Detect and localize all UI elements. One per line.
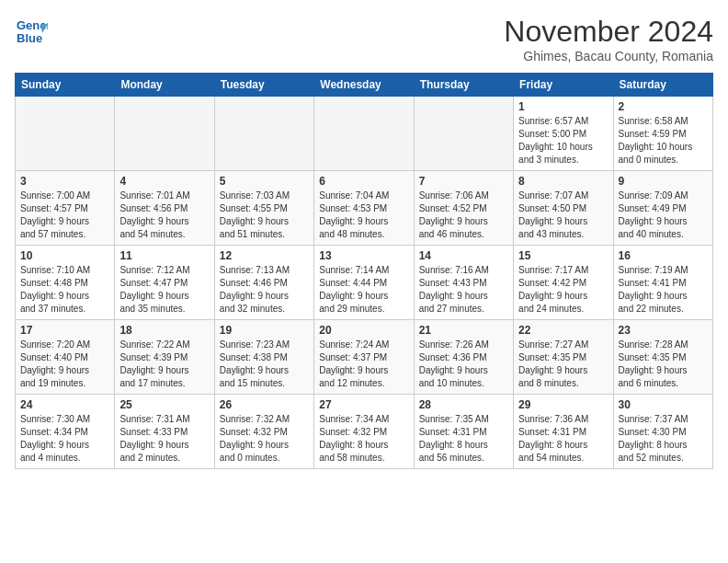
- day-info: Sunrise: 7:19 AM Sunset: 4:41 PM Dayligh…: [619, 264, 708, 316]
- calendar-cell: 17Sunrise: 7:20 AM Sunset: 4:40 PM Dayli…: [16, 320, 115, 395]
- weekday-header-thursday: Thursday: [414, 74, 513, 97]
- day-info: Sunrise: 7:10 AM Sunset: 4:48 PM Dayligh…: [20, 264, 109, 316]
- day-number: 30: [619, 398, 708, 411]
- day-number: 12: [220, 249, 309, 262]
- calendar-week-5: 24Sunrise: 7:30 AM Sunset: 4:34 PM Dayli…: [16, 395, 713, 469]
- month-title: November 2024: [504, 15, 713, 49]
- day-number: 15: [518, 249, 608, 262]
- weekday-header-friday: Friday: [514, 74, 613, 97]
- calendar-cell: [314, 97, 414, 171]
- calendar-cell: 12Sunrise: 7:13 AM Sunset: 4:46 PM Dayli…: [214, 246, 313, 320]
- day-info: Sunrise: 7:14 AM Sunset: 4:44 PM Dayligh…: [319, 264, 408, 316]
- day-number: 24: [20, 398, 109, 411]
- calendar-week-4: 17Sunrise: 7:20 AM Sunset: 4:40 PM Dayli…: [16, 320, 713, 395]
- day-number: 23: [619, 324, 708, 337]
- calendar-cell: [16, 97, 115, 171]
- day-info: Sunrise: 6:58 AM Sunset: 4:59 PM Dayligh…: [619, 115, 708, 167]
- calendar-cell: 9Sunrise: 7:09 AM Sunset: 4:49 PM Daylig…: [613, 171, 712, 246]
- day-info: Sunrise: 7:06 AM Sunset: 4:52 PM Dayligh…: [419, 190, 508, 241]
- day-info: Sunrise: 7:17 AM Sunset: 4:42 PM Dayligh…: [518, 264, 608, 316]
- day-number: 17: [20, 324, 109, 337]
- calendar-table: SundayMondayTuesdayWednesdayThursdayFrid…: [15, 73, 713, 469]
- day-number: 16: [619, 249, 708, 262]
- day-number: 4: [119, 175, 209, 188]
- day-info: Sunrise: 7:16 AM Sunset: 4:43 PM Dayligh…: [419, 264, 508, 316]
- calendar-cell: 28Sunrise: 7:35 AM Sunset: 4:31 PM Dayli…: [414, 395, 513, 469]
- calendar-cell: 5Sunrise: 7:03 AM Sunset: 4:55 PM Daylig…: [214, 171, 313, 246]
- calendar-cell: 16Sunrise: 7:19 AM Sunset: 4:41 PM Dayli…: [613, 246, 712, 320]
- day-info: Sunrise: 7:24 AM Sunset: 4:37 PM Dayligh…: [319, 339, 408, 390]
- day-info: Sunrise: 7:09 AM Sunset: 4:49 PM Dayligh…: [619, 190, 708, 241]
- day-info: Sunrise: 7:35 AM Sunset: 4:31 PM Dayligh…: [419, 413, 508, 465]
- day-info: Sunrise: 7:34 AM Sunset: 4:32 PM Dayligh…: [319, 413, 408, 465]
- day-number: 11: [119, 249, 209, 262]
- calendar-cell: 21Sunrise: 7:26 AM Sunset: 4:36 PM Dayli…: [414, 320, 513, 395]
- day-number: 10: [20, 249, 109, 262]
- day-number: 3: [20, 175, 109, 188]
- day-info: Sunrise: 7:22 AM Sunset: 4:39 PM Dayligh…: [119, 339, 209, 390]
- calendar-cell: 4Sunrise: 7:01 AM Sunset: 4:56 PM Daylig…: [115, 171, 214, 246]
- calendar-cell: 24Sunrise: 7:30 AM Sunset: 4:34 PM Dayli…: [16, 395, 115, 469]
- title-section: November 2024 Ghimes, Bacau County, Roma…: [504, 15, 713, 63]
- day-number: 22: [518, 324, 608, 337]
- day-info: Sunrise: 7:36 AM Sunset: 4:31 PM Dayligh…: [518, 413, 608, 465]
- calendar-week-3: 10Sunrise: 7:10 AM Sunset: 4:48 PM Dayli…: [16, 246, 713, 320]
- day-info: Sunrise: 6:57 AM Sunset: 5:00 PM Dayligh…: [518, 115, 608, 167]
- day-number: 13: [319, 249, 408, 262]
- weekday-header-tuesday: Tuesday: [214, 74, 313, 97]
- day-number: 25: [119, 398, 209, 411]
- calendar-cell: 2Sunrise: 6:58 AM Sunset: 4:59 PM Daylig…: [613, 97, 712, 171]
- svg-text:Blue: Blue: [17, 31, 42, 45]
- calendar-cell: 22Sunrise: 7:27 AM Sunset: 4:35 PM Dayli…: [514, 320, 613, 395]
- weekday-header-saturday: Saturday: [613, 74, 712, 97]
- day-info: Sunrise: 7:04 AM Sunset: 4:53 PM Dayligh…: [319, 190, 408, 241]
- calendar-cell: 6Sunrise: 7:04 AM Sunset: 4:53 PM Daylig…: [314, 171, 414, 246]
- calendar-cell: [414, 97, 513, 171]
- day-info: Sunrise: 7:03 AM Sunset: 4:55 PM Dayligh…: [220, 190, 309, 241]
- day-number: 5: [220, 175, 309, 188]
- calendar-cell: 25Sunrise: 7:31 AM Sunset: 4:33 PM Dayli…: [115, 395, 214, 469]
- day-number: 18: [119, 324, 209, 337]
- weekday-header-row: SundayMondayTuesdayWednesdayThursdayFrid…: [16, 74, 713, 97]
- calendar-cell: 8Sunrise: 7:07 AM Sunset: 4:50 PM Daylig…: [514, 171, 613, 246]
- day-info: Sunrise: 7:07 AM Sunset: 4:50 PM Dayligh…: [518, 190, 608, 241]
- day-info: Sunrise: 7:12 AM Sunset: 4:47 PM Dayligh…: [119, 264, 209, 316]
- calendar-cell: [214, 97, 313, 171]
- calendar-cell: 29Sunrise: 7:36 AM Sunset: 4:31 PM Dayli…: [514, 395, 613, 469]
- day-info: Sunrise: 7:26 AM Sunset: 4:36 PM Dayligh…: [419, 339, 508, 390]
- logo-icon: General Blue: [15, 15, 48, 48]
- calendar-cell: 30Sunrise: 7:37 AM Sunset: 4:30 PM Dayli…: [613, 395, 712, 469]
- weekday-header-monday: Monday: [115, 74, 214, 97]
- day-number: 26: [220, 398, 309, 411]
- day-number: 6: [319, 175, 408, 188]
- day-number: 29: [518, 398, 608, 411]
- calendar-cell: 14Sunrise: 7:16 AM Sunset: 4:43 PM Dayli…: [414, 246, 513, 320]
- calendar-week-1: 1Sunrise: 6:57 AM Sunset: 5:00 PM Daylig…: [16, 97, 713, 171]
- day-number: 27: [319, 398, 408, 411]
- weekday-header-sunday: Sunday: [16, 74, 115, 97]
- calendar-cell: [115, 97, 214, 171]
- calendar-cell: 19Sunrise: 7:23 AM Sunset: 4:38 PM Dayli…: [214, 320, 313, 395]
- calendar-cell: 27Sunrise: 7:34 AM Sunset: 4:32 PM Dayli…: [314, 395, 414, 469]
- calendar-cell: 13Sunrise: 7:14 AM Sunset: 4:44 PM Dayli…: [314, 246, 414, 320]
- weekday-header-wednesday: Wednesday: [314, 74, 414, 97]
- day-info: Sunrise: 7:28 AM Sunset: 4:35 PM Dayligh…: [619, 339, 708, 390]
- day-info: Sunrise: 7:30 AM Sunset: 4:34 PM Dayligh…: [20, 413, 109, 465]
- calendar-cell: 20Sunrise: 7:24 AM Sunset: 4:37 PM Dayli…: [314, 320, 414, 395]
- calendar-week-2: 3Sunrise: 7:00 AM Sunset: 4:57 PM Daylig…: [16, 171, 713, 246]
- calendar-cell: 7Sunrise: 7:06 AM Sunset: 4:52 PM Daylig…: [414, 171, 513, 246]
- day-info: Sunrise: 7:00 AM Sunset: 4:57 PM Dayligh…: [20, 190, 109, 241]
- day-number: 1: [518, 100, 608, 113]
- day-number: 19: [220, 324, 309, 337]
- day-number: 20: [319, 324, 408, 337]
- logo: General Blue: [15, 15, 48, 48]
- day-info: Sunrise: 7:32 AM Sunset: 4:32 PM Dayligh…: [220, 413, 309, 465]
- day-info: Sunrise: 7:13 AM Sunset: 4:46 PM Dayligh…: [220, 264, 309, 316]
- calendar-cell: 11Sunrise: 7:12 AM Sunset: 4:47 PM Dayli…: [115, 246, 214, 320]
- location-subtitle: Ghimes, Bacau County, Romania: [504, 49, 713, 63]
- day-number: 21: [419, 324, 508, 337]
- day-number: 8: [518, 175, 608, 188]
- day-info: Sunrise: 7:31 AM Sunset: 4:33 PM Dayligh…: [119, 413, 209, 465]
- day-info: Sunrise: 7:27 AM Sunset: 4:35 PM Dayligh…: [518, 339, 608, 390]
- calendar-cell: 26Sunrise: 7:32 AM Sunset: 4:32 PM Dayli…: [214, 395, 313, 469]
